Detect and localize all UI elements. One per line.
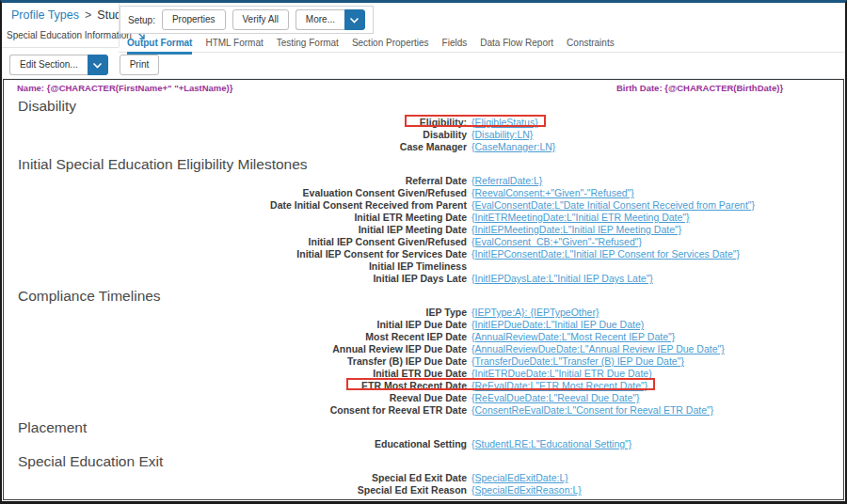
field-row: Initial IEP Timeliness (4, 260, 843, 273)
field-label: Initial IEP Due Date (4, 319, 467, 331)
edit-section-split-button: Edit Section... (9, 55, 108, 75)
chevron-down-icon (349, 17, 360, 24)
section-title: Compliance Timelines (18, 288, 843, 304)
field-row: Disability{Disability:LN} (4, 129, 843, 141)
app-window: Profile Types>Students Special Education… (0, 0, 847, 504)
breadcrumb-separator: > (85, 8, 91, 22)
name-label: Name: (17, 83, 44, 93)
field-value-link[interactable]: {InitIEPConsentDate:L"Initial IEP Consen… (471, 248, 740, 260)
field-row: Most Recent IEP Date{AnnualReviewDate:L"… (4, 331, 843, 343)
field-row: Initial IEP Days Late{InitIEPDaysLate:L"… (4, 273, 843, 285)
field-value-link[interactable]: {ReferralDate:L} (471, 175, 542, 187)
field-value-link[interactable]: {ReEvalDueDate:L"Reeval Due Date"} (471, 392, 639, 404)
field-value-link[interactable]: {InitIEPDueDate:L"Initial IEP Due Date) (471, 319, 644, 331)
field-value-link[interactable]: {EligibleStatus} (471, 117, 538, 129)
tab-html-format[interactable]: HTML Format (205, 38, 263, 55)
name-field: Name: {@CHARACTER(FirstName+" "+LastName… (17, 83, 232, 93)
field-row: Special Ed Exit Date{SpecialEdExitDate:L… (4, 472, 843, 484)
field-value-link[interactable]: {InitIEPMeetingDate:L"Initial IEP Meetin… (471, 224, 681, 236)
tab-bar: Output FormatHTML FormatTesting FormatSe… (127, 38, 615, 55)
field-value-link[interactable]: {ReevalConsent:+"Given"-"Refused"} (471, 187, 634, 199)
field-row: IEP Type{IEPType:A}: {IEPTypeOther} (4, 307, 843, 319)
field-value-link[interactable]: {SpecialEdExitDate:L} (471, 472, 568, 484)
more-split-button: More... (296, 9, 365, 30)
print-button[interactable]: Print (120, 55, 160, 75)
field-value-link[interactable]: {InitIEPDaysLate:L"Initial IEP Days Late… (471, 273, 653, 285)
top-bar: Profile Types>Students Special Education… (2, 3, 845, 79)
field-label: Date Initial Consent Received from Paren… (4, 199, 467, 212)
field-value-link[interactable]: {CaseManager:LN} (471, 141, 555, 153)
tab-fields[interactable]: Fields (442, 38, 468, 55)
field-value-link[interactable]: {IEPType:A}: {IEPTypeOther} (471, 307, 599, 319)
field-value-link[interactable]: {SpecialEdExitReason:L} (471, 484, 582, 496)
tab-section-properties[interactable]: Section Properties (352, 38, 429, 55)
verify-all-button[interactable]: Verify All (232, 9, 289, 30)
edit-section-button[interactable]: Edit Section... (9, 55, 88, 75)
more-button[interactable]: More... (296, 9, 344, 30)
field-label: Initial IEP Days Late (4, 273, 467, 285)
field-label: Eligibility: (4, 117, 467, 129)
chevron-down-icon (92, 62, 103, 69)
field-row: Consent for Reeval ETR Date{ConsentReEva… (4, 404, 843, 417)
name-value: {@CHARACTER(FirstName+" "+LastName)} (47, 83, 233, 93)
field-label: Annual Review IEP Due Date (4, 343, 467, 355)
section-special-education-exit: Special Education ExitSpecial Ed Exit Da… (4, 453, 843, 496)
field-label: Case Manager (4, 141, 467, 153)
field-row: Special Ed Exit Reason{SpecialEdExitReas… (4, 484, 843, 496)
properties-button[interactable]: Properties (162, 9, 226, 30)
field-label: Reeval Due Date (4, 392, 467, 404)
field-value-link[interactable]: {Disability:LN} (471, 129, 533, 141)
section-title: Initial Special Education Eligibility Mi… (18, 156, 843, 172)
field-row: Evaluation Consent Given/Refused{ReevalC… (4, 187, 843, 199)
field-label: Initial ETR Meeting Date (4, 212, 467, 224)
field-row: Case Manager{CaseManager:LN} (4, 141, 843, 153)
field-row: Eligibility:{EligibleStatus} (4, 117, 843, 129)
field-label: Referral Date (4, 175, 467, 187)
field-value-link[interactable]: {EvalConsentDate:L"Date Initial Consent … (471, 199, 755, 212)
field-label: Initial IEP Meeting Date (4, 224, 467, 236)
setup-toolbar: Setup: Properties Verify All More... (120, 6, 374, 34)
field-value-link[interactable]: {StudentLRE:L"Educational Setting"} (471, 438, 631, 450)
tab-testing-format[interactable]: Testing Format (277, 38, 339, 55)
field-value-link[interactable]: {ReEvalDate:L"ETR Most Recent Date"} (471, 380, 647, 392)
field-label: Evaluation Consent Given/Refused (4, 187, 467, 199)
field-row: Initial IEP Due Date{InitIEPDueDate:L"In… (4, 319, 843, 331)
field-row: Educational Setting{StudentLRE:L"Educati… (4, 438, 843, 450)
breadcrumb-profile-types[interactable]: Profile Types (11, 8, 79, 22)
birth-date-value: {@CHARACTER(BirthDate)} (664, 83, 783, 93)
field-label: Transfer (B) IEP Due Date (4, 355, 467, 368)
field-value-link[interactable]: {InitETRMeetingDate:L"Initial ETR Meetin… (471, 212, 690, 224)
field-row: Transfer (B) IEP Due Date{TransferDueDat… (4, 355, 843, 368)
section-initial-special-education-eligibility-milestones: Initial Special Education Eligibility Mi… (4, 156, 843, 285)
field-label: Initial IEP Consent for Services Date (4, 248, 467, 260)
field-value-link[interactable]: {TransferDueDate:L"Transfer (B) IEP Due … (471, 355, 684, 368)
field-row: Initial IEP Consent Given/Refused{EvalCo… (4, 236, 843, 248)
field-label: Special Ed Exit Reason (4, 484, 467, 496)
field-row: Initial ETR Due Date{InitETRDueDate:L"In… (4, 368, 843, 380)
more-dropdown-button[interactable] (344, 9, 365, 30)
field-label: IEP Type (4, 307, 467, 319)
field-value-link[interactable]: {AnnualReviewDueDate:L"Annual Review IEP… (471, 343, 725, 355)
field-value-link[interactable]: {InitETRDueDate:L"Initial ETR Due Date) (471, 368, 652, 380)
field-label: Initial IEP Timeliness (4, 260, 467, 273)
field-value-link[interactable]: {ConsentReEvalDate:L"Consent for Reeval … (471, 404, 713, 417)
edit-section-dropdown-button[interactable] (88, 55, 108, 75)
form-preview-panel: Name: {@CHARACTER(FirstName+" "+LastName… (3, 79, 844, 500)
field-row: Referral Date{ReferralDate:L} (4, 175, 843, 187)
field-value-link[interactable]: {EvalConsent_CB:+"Given"-"Refused"} (471, 236, 642, 248)
tab-data-flow-report[interactable]: Data Flow Report (480, 38, 553, 55)
setup-label: Setup: (128, 15, 155, 25)
tab-constraints[interactable]: Constraints (567, 38, 615, 55)
section-title: Placement (18, 419, 843, 435)
section-title: Special Education Exit (18, 453, 843, 469)
tab-output-format[interactable]: Output Format (127, 38, 192, 55)
section-title: Disability (18, 98, 843, 114)
field-row: Initial IEP Meeting Date{InitIEPMeetingD… (4, 224, 843, 236)
field-row: Annual Review IEP Due Date{AnnualReviewD… (4, 343, 843, 355)
record-header: Name: {@CHARACTER(FirstName+" "+LastName… (17, 83, 830, 95)
field-row: Initial IEP Consent for Services Date{In… (4, 248, 843, 260)
field-value-link[interactable]: {AnnualReviewDate:L"Most Recent IEP Date… (471, 331, 675, 343)
field-label: Most Recent IEP Date (4, 331, 467, 343)
left-divider (2, 47, 119, 48)
field-label: ETR Most Recent Date (4, 380, 467, 392)
